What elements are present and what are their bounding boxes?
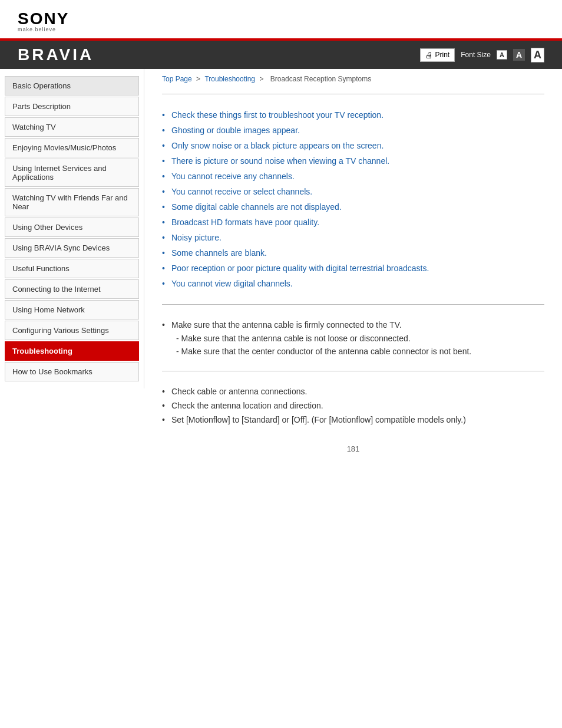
breadcrumb: Top Page > Troubleshooting > Broadcast R… (162, 69, 544, 87)
bravia-bar: BRAVIA 🖨 Print Font Size A A A (0, 41, 562, 69)
main-link-2[interactable]: Only snow noise or a black picture appea… (171, 141, 384, 150)
sidebar-item-using-bravia-sync[interactable]: Using BRAVIA Sync Devices (5, 238, 139, 258)
breadcrumb-troubleshooting[interactable]: Troubleshooting (204, 75, 255, 83)
sidebar-item-basic-operations[interactable]: Basic Operations (5, 76, 139, 95)
main-link-0[interactable]: Check these things first to troubleshoot… (171, 110, 384, 120)
bravia-title: BRAVIA (18, 45, 94, 64)
main-link-item-11[interactable]: You cannot view digital channels. (162, 276, 544, 291)
section1-sub1: Make sure that the antenna cable is not … (162, 332, 544, 345)
divider-top (162, 94, 544, 94)
main-link-item-4[interactable]: You cannot receive any channels. (162, 169, 544, 184)
sony-text: SONY (18, 11, 544, 27)
main-link-item-2[interactable]: Only snow noise or a black picture appea… (162, 138, 544, 153)
breadcrumb-sep1: > (196, 75, 202, 83)
main-link-9[interactable]: Some channels are blank. (171, 248, 267, 258)
sony-tagline: make.believe (18, 27, 544, 32)
sidebar-nav: Basic OperationsParts DescriptionWatchin… (0, 76, 144, 381)
content-section-2: Check cable or antenna connections.Check… (162, 378, 544, 433)
toolbar-right: 🖨 Print Font Size A A A (420, 48, 544, 62)
sidebar-item-enjoying-movies[interactable]: Enjoying Movies/Music/Photos (5, 138, 139, 157)
sidebar-item-watching-tv[interactable]: Watching TV (5, 117, 139, 137)
print-icon: 🖨 (425, 51, 433, 60)
section1-bullet: Make sure that the antenna cable is firm… (162, 318, 544, 332)
main-link-4[interactable]: You cannot receive any channels. (171, 172, 295, 181)
sidebar-item-watching-tv-friends[interactable]: Watching TV with Friends Far and Near (5, 188, 139, 216)
main-link-1[interactable]: Ghosting or double images appear. (171, 126, 300, 135)
sidebar-item-troubleshooting[interactable]: Troubleshooting (5, 341, 139, 361)
section1-sub2: Make sure that the center conductor of t… (162, 345, 544, 358)
breadcrumb-sep2: > (259, 75, 265, 83)
main-link-item-7[interactable]: Broadcast HD formats have poor quality. (162, 215, 544, 230)
breadcrumb-current: Broadcast Reception Symptoms (270, 75, 371, 83)
font-medium-button[interactable]: A (513, 49, 525, 61)
main-link-6[interactable]: Some digital cable channels are not disp… (171, 202, 342, 212)
page-number: 181 (162, 433, 544, 459)
sidebar-item-using-other-devices[interactable]: Using Other Devices (5, 218, 139, 237)
main-link-8[interactable]: Noisy picture. (171, 233, 222, 242)
top-header: SONY make.believe (0, 0, 562, 41)
divider-mid1 (162, 304, 544, 305)
breadcrumb-top[interactable]: Top Page (162, 75, 192, 83)
main-link-item-10[interactable]: Poor reception or poor picture quality w… (162, 261, 544, 276)
font-small-button[interactable]: A (497, 50, 507, 60)
main-link-item-3[interactable]: There is picture or sound noise when vie… (162, 153, 544, 169)
main-link-3[interactable]: There is picture or sound noise when vie… (171, 156, 389, 166)
divider-mid2 (162, 371, 544, 371)
main-link-item-8[interactable]: Noisy picture. (162, 230, 544, 245)
content-area: Top Page > Troubleshooting > Broadcast R… (144, 69, 562, 477)
print-label: Print (435, 51, 450, 59)
main-link-10[interactable]: Poor reception or poor picture quality w… (171, 263, 429, 273)
sidebar-item-parts-description[interactable]: Parts Description (5, 97, 139, 116)
font-size-label: Font Size (461, 51, 491, 59)
main-link-item-9[interactable]: Some channels are blank. (162, 245, 544, 261)
sony-logo: SONY make.believe (18, 11, 544, 32)
main-link-item-6[interactable]: Some digital cable channels are not disp… (162, 199, 544, 215)
main-layout: Basic OperationsParts DescriptionWatchin… (0, 69, 562, 477)
main-link-item-5[interactable]: You cannot receive or select channels. (162, 184, 544, 199)
main-link-11[interactable]: You cannot view digital channels. (171, 279, 293, 288)
main-link-item-1[interactable]: Ghosting or double images appear. (162, 123, 544, 138)
sidebar-item-connecting-internet[interactable]: Connecting to the Internet (5, 279, 139, 299)
main-link-7[interactable]: Broadcast HD formats have poor quality. (171, 218, 319, 227)
sidebar-item-useful-functions[interactable]: Useful Functions (5, 259, 139, 278)
sidebar-item-how-to-use-bookmarks[interactable]: How to Use Bookmarks (5, 362, 139, 381)
main-link-item-0[interactable]: Check these things first to troubleshoot… (162, 107, 544, 123)
section2-bullet-2: Set [Motionflow] to [Standard] or [Off].… (162, 413, 544, 427)
sidebar: Basic OperationsParts DescriptionWatchin… (0, 69, 144, 388)
content-section-1: Make sure that the antenna cable is firm… (162, 312, 544, 364)
print-button[interactable]: 🖨 Print (420, 48, 455, 62)
section2-bullet-1: Check the antenna location and direction… (162, 398, 544, 413)
main-link-5[interactable]: You cannot receive or select channels. (171, 187, 312, 196)
section2-bullet-0: Check cable or antenna connections. (162, 384, 544, 398)
sidebar-item-using-internet[interactable]: Using Internet Services and Applications (5, 159, 139, 187)
font-large-button[interactable]: A (531, 48, 544, 62)
sidebar-item-using-home-network[interactable]: Using Home Network (5, 300, 139, 319)
sidebar-item-configuring-settings[interactable]: Configuring Various Settings (5, 321, 139, 340)
main-link-list: Check these things first to troubleshoot… (162, 101, 544, 297)
